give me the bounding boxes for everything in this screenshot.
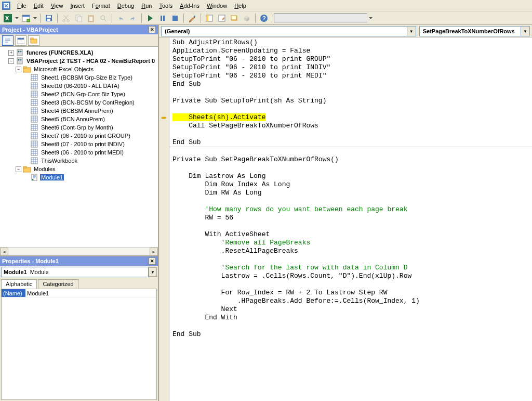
reset-icon[interactable] — [169, 12, 181, 24]
tree-label: Sheet2 (BCN Grp-Cont Biz Type) — [40, 91, 126, 97]
menu-edit[interactable]: Edit — [30, 2, 47, 10]
tree-scrollbar-h[interactable]: ◄ ► — [0, 247, 158, 255]
properties-panel-close-icon[interactable]: ✕ — [149, 257, 156, 265]
procedure-combo[interactable]: SetPageBreakToXNumberOfRows ▼ — [419, 26, 530, 36]
tree-label: Sheet8 (07 - 2010 to print INDIV) — [40, 141, 126, 147]
tree-label: Sheet5 (BCN AnnuPrem) — [40, 116, 106, 122]
menu-window[interactable]: Window — [203, 2, 231, 10]
menu-help[interactable]: Help — [231, 2, 250, 10]
tree-node-sheet[interactable]: ThisWorkbook — [1, 157, 157, 165]
worksheet-icon — [30, 140, 38, 148]
tree-label: ThisWorkbook — [40, 158, 78, 164]
menu-run[interactable]: Run — [138, 2, 155, 10]
copy-icon[interactable] — [73, 12, 84, 24]
svg-point-33 — [18, 51, 20, 53]
scroll-left-icon[interactable]: ◄ — [0, 248, 8, 256]
expander-icon[interactable]: + — [8, 50, 14, 56]
tree-label: Sheet1 (BCBSM Grp-Size Biz Type) — [40, 74, 134, 81]
menubar: File Edit View Insert Format Debug Run T… — [0, 0, 532, 11]
insert-userform-icon[interactable] — [20, 12, 32, 24]
tree-node-sheet[interactable]: Sheet10 (06-2010 - ALL DATA) — [1, 82, 157, 90]
tree-node-vbaproject[interactable]: − VBAProject (Z TEST - HCA 02 - NewBizRe… — [1, 57, 157, 65]
tree-node-sheet[interactable]: Sheet2 (BCN Grp-Cont Biz Type) — [1, 90, 157, 98]
menu-tools[interactable]: Tools — [155, 2, 176, 10]
toolbox-icon[interactable] — [241, 12, 252, 24]
menu-addins[interactable]: Add-Ins — [176, 2, 203, 10]
break-icon[interactable] — [157, 12, 168, 24]
property-name: (Name) — [2, 289, 25, 297]
tree-node-sheet[interactable]: Sheet3 (BCN-BCSM by ContRegion) — [1, 98, 157, 107]
tree-node-module1[interactable]: Module1 — [1, 173, 157, 182]
combo-value: SetPageBreakToXNumberOfRows — [419, 26, 521, 36]
combo-value: (General) — [161, 26, 407, 36]
toolbar-spacer — [274, 14, 367, 23]
paste-icon[interactable] — [85, 12, 97, 24]
dropdown-icon[interactable]: ▼ — [521, 26, 530, 36]
dropdown-icon[interactable]: ▼ — [149, 267, 157, 277]
redo-icon[interactable] — [127, 12, 139, 24]
property-row[interactable]: (Name) Module1 — [2, 289, 156, 297]
tree-node-modules[interactable]: − Modules — [1, 165, 157, 173]
property-value[interactable]: Module1 — [25, 289, 156, 297]
expander-icon[interactable]: − — [16, 166, 21, 172]
svg-rect-24 — [231, 16, 236, 20]
object-combo[interactable]: (General) ▼ — [161, 26, 416, 36]
svg-rect-39 — [23, 67, 26, 68]
toggle-folders-icon[interactable] — [28, 35, 39, 46]
tree-node-sheet[interactable]: Sheet9 (06 - 2010 to print MEDI) — [1, 148, 157, 157]
help-icon[interactable]: ? — [258, 12, 270, 24]
expander-icon[interactable]: − — [8, 58, 14, 64]
tab-categorized[interactable]: Categorized — [38, 279, 78, 289]
scroll-right-icon[interactable]: ► — [150, 248, 158, 256]
project-icon — [16, 48, 24, 57]
properties-window-icon[interactable] — [216, 12, 228, 24]
view-code-icon[interactable] — [2, 35, 14, 46]
tree-node-excel-objects[interactable]: − Microsoft Excel Objects — [1, 65, 157, 73]
properties-object-combo[interactable]: Module1Module ▼ — [1, 267, 157, 277]
tab-alphabetic[interactable]: Alphabetic — [1, 279, 37, 289]
properties-grid[interactable]: (Name) Module1 — [1, 289, 157, 400]
menu-file[interactable]: File — [14, 2, 30, 10]
excel-dropdown[interactable] — [15, 17, 19, 19]
project-panel-close-icon[interactable]: ✕ — [149, 26, 156, 33]
excel-icon[interactable]: X — [2, 12, 14, 24]
worksheet-icon — [30, 132, 38, 140]
svg-rect-31 — [31, 38, 33, 40]
tree-node-sheet[interactable]: Sheet7 (06 - 2010 to print GROUP) — [1, 132, 157, 140]
svg-rect-47 — [31, 133, 37, 139]
menu-debug[interactable]: Debug — [114, 2, 138, 10]
dropdown-icon[interactable]: ▼ — [407, 26, 416, 36]
folder-icon — [23, 65, 31, 73]
combo-rest: Module — [30, 269, 49, 275]
code-editor[interactable]: ➨ Sub AdjustPrintRows() Application.Scre… — [159, 37, 532, 401]
menu-insert[interactable]: Insert — [66, 2, 88, 10]
find-icon[interactable] — [98, 12, 109, 24]
tree-label: Modules — [33, 166, 57, 172]
tree-node-sheet[interactable]: Sheet4 (BCBSM AnnuPrem) — [1, 107, 157, 115]
expander-icon[interactable]: − — [16, 67, 21, 72]
menu-format[interactable]: Format — [88, 2, 114, 10]
code-text[interactable]: Sub AdjustPrintRows() Application.Screen… — [169, 37, 532, 401]
project-tree[interactable]: + funcres (FUNCRES.XLA) − VBAProject (Z … — [0, 47, 158, 247]
save-icon[interactable] — [43, 12, 55, 24]
worksheet-icon — [30, 148, 38, 157]
design-mode-icon[interactable] — [187, 12, 198, 24]
menu-view[interactable]: View — [47, 2, 67, 10]
tree-label: Sheet7 (06 - 2010 to print GROUP) — [40, 133, 131, 139]
tree-node-sheet[interactable]: Sheet1 (BCBSM Grp-Size Biz Type) — [1, 73, 157, 82]
tree-node-sheet[interactable]: Sheet8 (07 - 2010 to print INDIV) — [1, 140, 157, 148]
project-explorer-icon[interactable] — [204, 12, 215, 24]
cut-icon[interactable] — [60, 12, 72, 24]
tree-node-sheet[interactable]: Sheet6 (Cont-Grp by Month) — [1, 123, 157, 132]
insert-dropdown[interactable] — [33, 17, 37, 19]
undo-icon[interactable] — [115, 12, 126, 24]
object-browser-icon[interactable] — [229, 12, 240, 24]
run-icon[interactable] — [144, 12, 156, 24]
tree-label: Sheet10 (06-2010 - ALL DATA) — [40, 83, 121, 89]
code-gutter: ➨ — [159, 37, 169, 401]
svg-rect-14 — [89, 17, 92, 21]
toolbar-spacer-dropdown[interactable] — [368, 17, 373, 19]
tree-node-sheet[interactable]: Sheet5 (BCN AnnuPrem) — [1, 115, 157, 123]
tree-node-funcres[interactable]: + funcres (FUNCRES.XLA) — [1, 48, 157, 57]
view-object-icon[interactable] — [15, 35, 26, 46]
